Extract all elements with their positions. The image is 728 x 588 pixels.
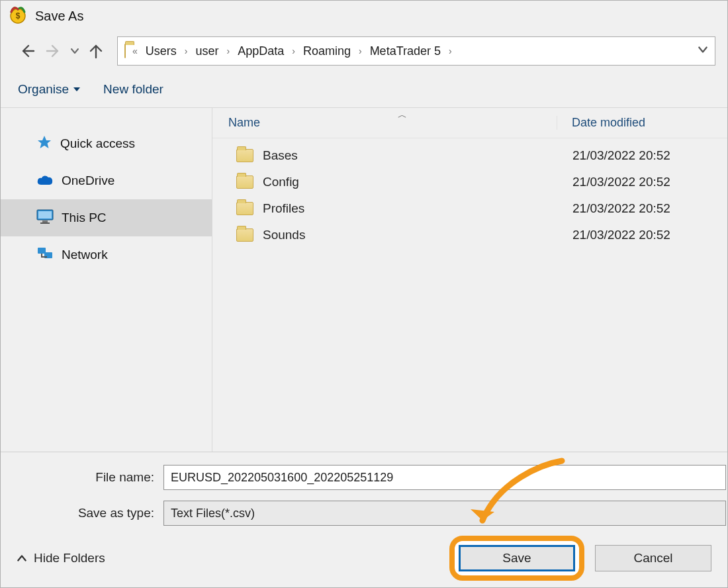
nav-onedrive-label: OneDrive [62, 173, 114, 188]
column-header-name[interactable]: Name [212, 116, 557, 130]
column-header-date[interactable]: Date modified [557, 116, 727, 130]
breadcrumb-appdata[interactable]: AppData [236, 44, 285, 58]
save-type-combo[interactable]: Text Files(*.csv) [163, 501, 726, 526]
toolbar: Organise New folder [1, 71, 727, 108]
new-folder-button[interactable]: New folder [103, 82, 163, 97]
cancel-button[interactable]: Cancel [595, 545, 711, 571]
svg-rect-5 [40, 222, 50, 224]
save-button[interactable]: Save [459, 545, 575, 571]
nav-quick-access[interactable]: Quick access [1, 125, 212, 162]
folder-row[interactable]: Sounds 21/03/2022 20:52 [212, 222, 727, 248]
dialog-title: Save As [35, 9, 83, 24]
save-button-label: Save [502, 551, 531, 565]
hide-folders-toggle[interactable]: Hide Folders [17, 551, 105, 565]
breadcrumb-user[interactable]: user [194, 44, 220, 58]
network-icon [36, 246, 54, 264]
chevron-right-icon: › [224, 46, 233, 56]
folder-icon [236, 149, 256, 162]
nav-row: « Users › user › AppData › Roaming › Met… [1, 31, 727, 71]
file-list-pane: ︿ Name Date modified Bases 21/03/2022 20… [212, 108, 727, 452]
folder-icon [236, 228, 256, 242]
annotation-highlight: Save [453, 540, 580, 577]
svg-rect-4 [42, 220, 48, 222]
breadcrumb-roaming[interactable]: Roaming [302, 44, 352, 58]
save-type-row: Save as type: Text Files(*.csv) [1, 499, 727, 528]
folder-date: 21/03/2022 20:52 [558, 201, 670, 216]
save-type-value: Text Files(*.csv) [171, 507, 255, 520]
body: Quick access OneDrive This PC Network [1, 108, 727, 452]
recent-locations-dropdown[interactable] [68, 39, 81, 63]
folder-row[interactable]: Config 21/03/2022 20:52 [212, 169, 727, 195]
folder-name: Bases [256, 148, 558, 163]
cancel-button-label: Cancel [633, 551, 672, 565]
organise-menu[interactable]: Organise [18, 82, 81, 97]
chevron-up-icon [17, 553, 27, 564]
address-folder-icon [124, 44, 126, 58]
file-name-value: EURUSD_202205031600_202205251129 [171, 471, 393, 485]
footer-row: Hide Folders Save Cancel [1, 534, 727, 585]
hide-folders-label: Hide Folders [34, 551, 105, 565]
folder-date: 21/03/2022 20:52 [558, 148, 670, 163]
chevron-down-icon [73, 85, 81, 93]
sort-ascending-icon: ︿ [398, 109, 407, 121]
nav-network-label: Network [62, 248, 108, 262]
dialog-button-group: Save Cancel [453, 540, 711, 577]
file-name-label: File name: [1, 470, 163, 485]
svg-rect-3 [38, 211, 52, 219]
svg-text:$: $ [16, 11, 21, 21]
chevron-right-icon: › [446, 46, 455, 56]
bottom-panel: File name: EURUSD_202205031600_202205251… [1, 452, 727, 587]
file-name-row: File name: EURUSD_202205031600_202205251… [1, 463, 727, 492]
new-folder-label: New folder [103, 82, 163, 97]
folder-date: 21/03/2022 20:52 [558, 175, 670, 189]
column-header-row: ︿ Name Date modified [212, 108, 727, 138]
star-icon [36, 134, 52, 154]
nav-network[interactable]: Network [1, 236, 212, 273]
folder-row[interactable]: Profiles 21/03/2022 20:52 [212, 195, 727, 222]
title-bar: $ Save As [1, 1, 727, 31]
navigation-pane: Quick access OneDrive This PC Network [1, 108, 212, 452]
nav-this-pc-label: This PC [62, 211, 107, 225]
breadcrumb-users[interactable]: Users [144, 44, 178, 58]
folder-row[interactable]: Bases 21/03/2022 20:52 [212, 142, 727, 169]
chevron-right-icon: › [356, 46, 365, 56]
chevron-right-icon: › [182, 46, 191, 56]
address-bar[interactable]: « Users › user › AppData › Roaming › Met… [117, 36, 715, 66]
save-type-label: Save as type: [1, 506, 163, 520]
back-button[interactable] [15, 39, 39, 63]
folder-name: Config [256, 175, 558, 189]
breadcrumb-truncate-icon: « [130, 46, 140, 56]
folder-icon [236, 175, 256, 189]
file-list: Bases 21/03/2022 20:52 Config 21/03/2022… [212, 138, 727, 248]
folder-icon [236, 202, 256, 215]
folder-date: 21/03/2022 20:52 [558, 228, 670, 242]
cloud-icon [36, 173, 54, 189]
address-history-dropdown[interactable] [698, 44, 708, 58]
breadcrumb-metatrader5[interactable]: MetaTrader 5 [369, 44, 442, 58]
chevron-right-icon: › [289, 46, 298, 56]
file-name-input[interactable]: EURUSD_202205031600_202205251129 [163, 465, 726, 490]
app-icon: $ [7, 4, 28, 28]
folder-name: Sounds [256, 228, 558, 242]
monitor-icon [36, 209, 54, 227]
nav-quick-access-label: Quick access [60, 136, 135, 151]
forward-button[interactable] [42, 39, 66, 63]
folder-name: Profiles [256, 201, 558, 216]
save-as-dialog: $ Save As « Users › user › AppData [0, 0, 728, 588]
nav-this-pc[interactable]: This PC [1, 199, 212, 236]
organise-label: Organise [18, 82, 69, 97]
nav-onedrive[interactable]: OneDrive [1, 162, 212, 199]
up-button[interactable] [84, 39, 108, 63]
